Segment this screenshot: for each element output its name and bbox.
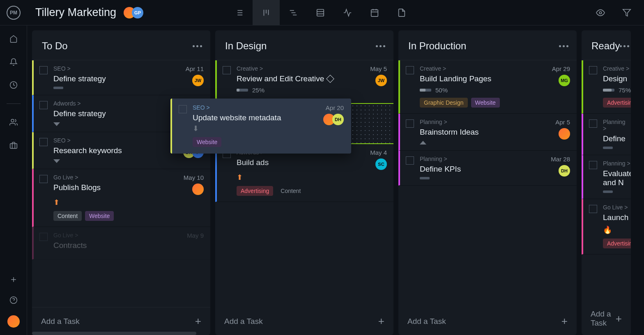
task-checkbox[interactable] [39,66,48,74]
assignee-avatar[interactable]: JW [192,75,204,86]
task-breadcrumb[interactable]: Go Live [53,232,187,239]
task-breadcrumb[interactable]: Creative [237,65,370,72]
task-checkbox[interactable] [406,66,414,74]
task-card[interactable]: Go Live Launch 🔥 Advertising [582,199,631,255]
task-breadcrumb[interactable]: SEO [53,65,186,72]
board-column: In Production Creative Build Landing Pag… [398,30,577,335]
task-tag[interactable]: Content [53,211,82,221]
task-due-date: Apr 5 [555,119,570,126]
task-tag[interactable]: Website [471,98,500,108]
calendar-view-icon[interactable] [361,0,388,25]
assignee-avatar[interactable]: DH [559,165,570,177]
task-due-date: Apr 20 [326,104,344,111]
team-icon[interactable] [8,117,19,128]
task-title: Design [603,74,627,83]
column-menu-icon[interactable] [193,45,202,47]
task-tag[interactable]: Graphic Design [420,98,468,108]
task-tag[interactable]: Advertising [603,98,631,108]
task-progress: 50% [435,87,448,94]
task-checkbox[interactable] [39,138,48,146]
task-due-date: Mar 28 [551,156,570,163]
task-breadcrumb[interactable]: Planning [603,160,631,167]
task-card[interactable]: Planning Brainstorm Ideas Apr 5 [398,114,577,151]
add-task-button[interactable]: Add a Task+ [398,307,577,335]
task-card[interactable]: Planning Define KPIs Mar 28 DH [398,151,577,186]
task-breadcrumb[interactable]: Planning [603,119,626,132]
help-icon[interactable] [8,295,19,305]
assignee-avatar[interactable] [192,184,204,195]
task-card[interactable]: Creative Review and Edit Creative 25% Ma… [215,60,393,103]
app-logo[interactable]: PM [7,6,21,20]
task-breadcrumb[interactable]: Planning [420,119,555,125]
task-checkbox[interactable] [179,105,187,113]
add-task-button[interactable]: Add a Task+ [215,307,393,335]
filter-icon[interactable] [617,0,637,25]
expand-icon[interactable] [53,122,60,126]
column-menu-icon[interactable] [376,45,385,47]
add-task-button[interactable]: Add a Task+ [32,307,210,335]
gantt-view-icon[interactable] [280,0,307,25]
task-checkbox[interactable] [223,66,231,74]
task-card[interactable]: Creative Design 75% Advertising [582,60,631,114]
task-breadcrumb[interactable]: Go Live [603,204,631,211]
user-avatar[interactable] [7,315,20,328]
task-title: Launch [603,213,628,222]
assignee-avatar[interactable]: DH [332,114,344,125]
task-checkbox[interactable] [406,119,414,128]
add-task-label: Add a Task [407,317,446,326]
horizontal-scrollbar[interactable] [32,332,644,335]
project-title: Tillery Marketing [35,6,116,19]
home-icon[interactable] [8,34,19,44]
task-breadcrumb[interactable]: Planning [420,156,551,162]
task-card[interactable]: Creative Build Landing Pages 50% Graphic… [398,60,577,114]
task-tag[interactable]: Content [276,186,305,196]
task-checkbox[interactable] [589,66,597,74]
task-title: Evaluate and N [603,169,631,187]
task-checkbox[interactable] [589,161,597,169]
collapse-icon[interactable] [420,141,426,145]
expand-icon[interactable] [53,159,60,163]
task-tag[interactable]: Website [85,211,114,221]
table-view-icon[interactable] [307,0,334,25]
task-checkbox[interactable] [589,205,597,213]
task-checkbox[interactable] [39,233,48,241]
task-breadcrumb[interactable]: SEO [53,137,186,144]
task-checkbox[interactable] [39,101,48,109]
task-card[interactable]: Go Live Publish Blogs ⬆ ContentWebsite M… [32,169,210,227]
task-tag[interactable]: Advertising [237,186,273,196]
task-checkbox[interactable] [39,175,48,183]
task-breadcrumb[interactable]: Creative [420,65,552,72]
activity-view-icon[interactable] [334,0,361,25]
column-menu-icon[interactable] [620,45,629,47]
assignee-avatar[interactable]: MG [559,75,570,86]
projects-icon[interactable] [8,140,19,151]
task-checkbox[interactable] [406,156,414,165]
visibility-icon[interactable] [591,0,610,25]
add-task-button[interactable]: Add a Task+ [582,302,631,335]
dragged-task-card[interactable]: SEO Update website metadata ⬇ Website Ap… [170,99,351,154]
column-header: In Production [398,30,577,60]
task-card[interactable]: Planning Define [582,114,631,155]
notifications-icon[interactable] [8,57,19,67]
task-card[interactable]: Planning Evaluate and N [582,155,631,199]
priority-high-icon: ⬆ [237,173,243,182]
assignee-avatar[interactable]: SC [375,158,387,170]
task-breadcrumb[interactable]: Creative [603,65,631,72]
assignee-avatar[interactable] [559,128,570,140]
task-breadcrumb[interactable]: Go Live [53,174,184,181]
task-card[interactable]: SEO Define strategy Apr 11 JW [32,60,210,95]
column-menu-icon[interactable] [559,45,568,47]
svg-rect-12 [317,9,324,16]
task-card[interactable]: Go Live Contracts May 9 [32,227,210,259]
task-tag[interactable]: Advertising [603,239,631,248]
add-icon[interactable] [8,274,19,285]
files-view-icon[interactable] [388,0,415,25]
member-avatar[interactable]: GP [132,7,143,18]
task-checkbox[interactable] [589,119,597,128]
recent-icon[interactable] [8,80,19,90]
assignee-avatar[interactable]: JW [375,75,387,86]
task-tag[interactable]: Website [193,137,221,147]
project-members[interactable]: GP [124,7,143,18]
list-view-icon[interactable] [225,0,253,25]
board-view-icon[interactable] [253,0,280,25]
